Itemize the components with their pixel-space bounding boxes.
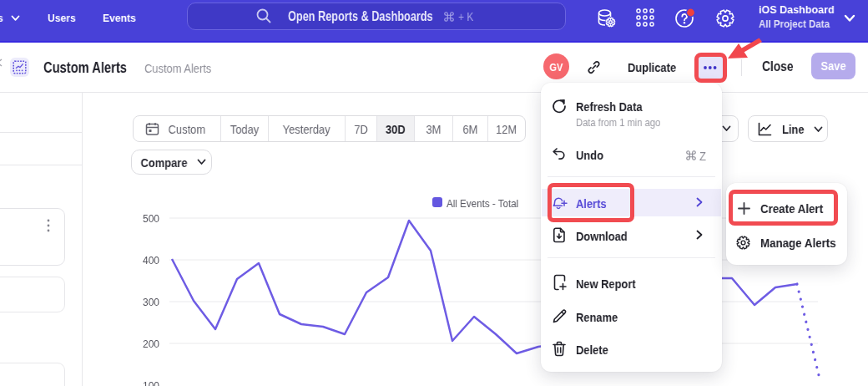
svg-text:500: 500 (143, 213, 159, 225)
svg-text:200: 200 (143, 338, 159, 350)
svg-text:400: 400 (143, 255, 159, 267)
svg-text:100: 100 (143, 380, 159, 386)
svg-text:300: 300 (143, 297, 159, 308)
